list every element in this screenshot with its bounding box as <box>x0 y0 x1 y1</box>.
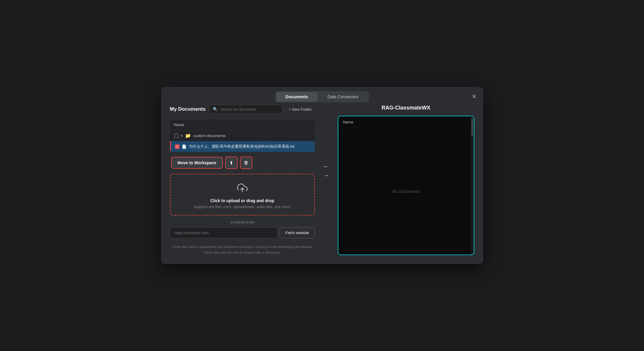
file-name: 为什么个人、团队等均有必要部署私有化的RAG知识库系统.txt <box>189 144 295 149</box>
footer-note: These files will be uploaded to the docu… <box>170 244 315 255</box>
new-folder-button[interactable]: + New Folder <box>286 105 315 113</box>
chevron-down-icon: ▾ <box>181 134 183 138</box>
workspace-header: Name <box>338 116 474 128</box>
action-row: Move to Workspace ⬆ 🗑 <box>170 157 315 169</box>
footer-line1: These files will be uploaded to the docu… <box>171 245 313 249</box>
name-column-header: Name <box>174 123 184 127</box>
upload-cloud-icon <box>237 183 248 195</box>
workspace-empty-state: No Documents <box>338 128 474 255</box>
search-input[interactable] <box>220 107 278 112</box>
right-arrow-icon: → <box>323 172 330 179</box>
folder-name: custom-documents <box>193 133 226 138</box>
scrollbar-thumb <box>471 118 473 136</box>
tab-bar: Documents Data Connectors <box>275 91 369 102</box>
right-panel: RAG-ClassmateWX Name No Documents <box>338 105 474 255</box>
workspace-box: Name No Documents <box>338 116 474 255</box>
export-icon: ⬆ <box>229 160 233 166</box>
upload-title: Click to upload or drag and drop <box>210 198 274 203</box>
folder-row[interactable]: ▾ 📁 custom-documents <box>170 130 315 141</box>
file-checkbox[interactable] <box>175 144 179 149</box>
move-to-workspace-button[interactable]: Move to Workspace <box>171 157 223 169</box>
folder-checkbox[interactable] <box>174 133 179 138</box>
url-input[interactable] <box>170 227 278 238</box>
footer-line2: These files are not sent or shared with … <box>204 251 281 254</box>
link-input-row: Fetch website <box>170 227 315 238</box>
file-table: Name ▾ 📁 custom-documents 📄 为什么个人、团队等均有必… <box>170 120 315 152</box>
or-text: or submit a link <box>230 220 254 224</box>
workspace-title: RAG-ClassmateWX <box>338 105 474 111</box>
left-panel: My Documents 🔍 + New Folder Name ▾ 📁 cus… <box>170 105 315 255</box>
fetch-website-button[interactable]: Fetch website <box>280 227 314 238</box>
search-box[interactable]: 🔍 <box>209 105 282 114</box>
tab-documents[interactable]: Documents <box>276 92 317 102</box>
link-row: or submit a link Fetch website <box>170 220 315 238</box>
modal-overlay: Documents Data Connectors ✕ My Documents… <box>161 87 483 264</box>
upload-area[interactable]: Click to upload or drag and drop support… <box>170 174 315 215</box>
my-documents-title: My Documents <box>170 106 206 112</box>
file-table-header: Name <box>170 120 315 130</box>
trash-icon: 🗑 <box>244 160 249 165</box>
left-arrow-icon: ← <box>323 163 330 170</box>
doc-header: My Documents 🔍 + New Folder <box>170 105 315 114</box>
search-icon: 🔍 <box>213 107 218 112</box>
export-button[interactable]: ⬆ <box>225 157 238 169</box>
close-button[interactable]: ✕ <box>471 92 478 101</box>
arrow-separator: ← → <box>315 87 338 255</box>
modal-body: My Documents 🔍 + New Folder Name ▾ 📁 cus… <box>161 87 483 264</box>
file-row[interactable]: 📄 为什么个人、团队等均有必要部署私有化的RAG知识库系统.txt <box>170 141 315 152</box>
folder-icon: 📁 <box>185 133 191 139</box>
upload-subtitle: supports text files, csv's, spreadsheets… <box>194 205 290 209</box>
file-icon: 📄 <box>182 144 186 149</box>
workspace-scrollbar[interactable] <box>471 116 474 255</box>
delete-button[interactable]: 🗑 <box>240 157 252 169</box>
tab-data-connectors[interactable]: Data Connectors <box>318 92 368 102</box>
